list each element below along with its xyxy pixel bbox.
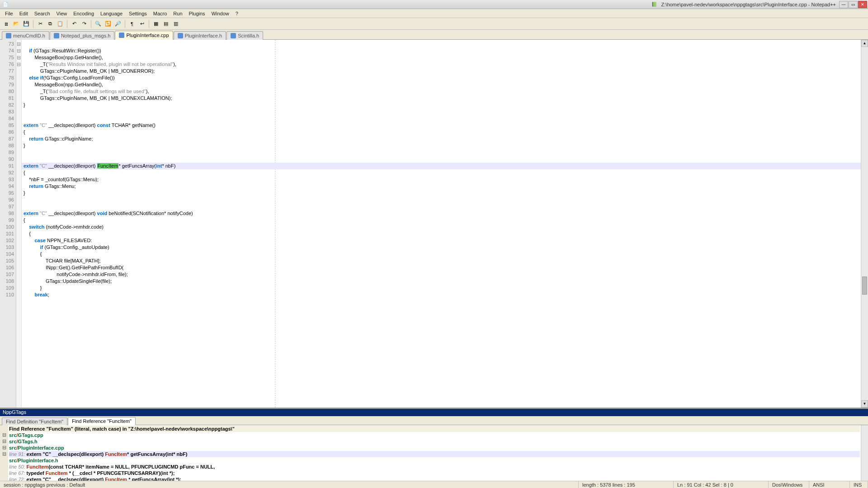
result-row[interactable]: src/GTags.h	[9, 438, 860, 445]
ws-button[interactable]: ¶	[127, 19, 137, 28]
file-icon	[119, 33, 124, 38]
file-icon	[178, 33, 183, 38]
menu-macro[interactable]: Macro	[150, 10, 170, 17]
tab-label: Notepad_plus_msgs.h	[61, 33, 110, 38]
results-header: Find Reference "FuncItem" (literal, matc…	[9, 426, 860, 432]
panel-title: NppGTags	[0, 409, 868, 416]
menu-bar: FileEditSearchViewEncodingLanguageSettin…	[0, 9, 868, 18]
file-icon	[231, 33, 236, 38]
status-position: Ln : 91 Col : 42 Sel : 8 | 0	[674, 481, 769, 488]
editor-vertical-scrollbar[interactable]: ▲ ▼	[861, 40, 868, 408]
title-bar: 📄 📗 Z:\home\pavel-nedev\workspace\nppgta…	[0, 0, 868, 9]
close-button[interactable]: ✕	[858, 1, 867, 8]
minimize-button[interactable]: —	[839, 1, 848, 8]
find-button[interactable]: 🔍	[94, 19, 103, 28]
scroll-thumb[interactable]	[862, 277, 867, 295]
status-eol: Dos\Windows	[769, 481, 809, 488]
search-results[interactable]: Find Reference "FuncItem" (literal, matc…	[8, 425, 861, 481]
menu-?[interactable]: ?	[232, 10, 241, 17]
app-icon: 📄	[2, 1, 9, 8]
npp-icon: 📗	[651, 1, 658, 8]
result-row[interactable]: line 91: extern "C" __declspec(dllexport…	[9, 451, 860, 457]
new-button[interactable]: 🗎	[2, 19, 11, 28]
tab-notepad_plus_msgs-h[interactable]: Notepad_plus_msgs.h	[50, 31, 114, 40]
menu-encoding[interactable]: Encoding	[70, 10, 97, 17]
menu-settings[interactable]: Settings	[126, 10, 150, 17]
tab-scintilla-h[interactable]: Scintilla.h	[226, 31, 263, 40]
result-row[interactable]: src/PluginInterface.h	[9, 457, 860, 464]
zoom-button[interactable]: 🔎	[113, 19, 123, 28]
file-tab-bar: menuCmdID.hNotepad_plus_msgs.hPluginInte…	[0, 30, 868, 40]
window-title: Z:\home\pavel-nedev\workspace\nppgtags\s…	[659, 2, 839, 7]
panel-tab[interactable]: Find Reference "FuncItem"	[68, 417, 136, 425]
tab-label: PluginInterface.cpp	[126, 33, 169, 38]
scroll-up-arrow[interactable]: ▲	[861, 40, 868, 47]
nppgtags-panel: NppGTags Find Definition "FuncItem"Find …	[0, 408, 868, 481]
menu-language[interactable]: Language	[97, 10, 126, 17]
menu-edit[interactable]: Edit	[16, 10, 31, 17]
redo-button[interactable]: ↷	[80, 19, 89, 28]
f2-button[interactable]: ▤	[161, 19, 170, 28]
panel-tab-bar: Find Definition "FuncItem"Find Reference…	[0, 416, 868, 425]
panel-tab[interactable]: Find Definition "FuncItem"	[2, 418, 67, 425]
result-row[interactable]: line 72: extern "C" __declspec(dllexport…	[9, 476, 860, 481]
menu-window[interactable]: Window	[208, 10, 232, 17]
tab-label: PluginInterface.h	[185, 33, 222, 38]
wrap-button[interactable]: ↩	[137, 19, 146, 28]
line-number-gutter: 7374757677787980818283848586878889909192…	[0, 40, 16, 408]
tab-label: Scintilla.h	[238, 33, 259, 38]
menu-run[interactable]: Run	[170, 10, 185, 17]
status-session: session : nppgtags previous : Default	[0, 481, 579, 488]
results-tree-gutter[interactable]: ⊟⊟⊟⊟	[0, 425, 8, 481]
undo-button[interactable]: ↶	[70, 19, 79, 28]
result-row[interactable]: line 67: typedef FuncItem * (__cdecl * P…	[9, 470, 860, 476]
menu-file[interactable]: File	[2, 10, 16, 17]
status-length: length : 5378 lines : 195	[579, 481, 674, 488]
tab-plugininterface-cpp[interactable]: PluginInterface.cpp	[115, 31, 173, 40]
save-button[interactable]: 💾	[22, 19, 31, 28]
tab-label: menuCmdID.h	[13, 33, 45, 38]
f1-button[interactable]: ▦	[151, 19, 160, 28]
status-encoding: ANSI	[809, 481, 850, 488]
copy-button[interactable]: ⧉	[46, 19, 55, 28]
paste-button[interactable]: 📋	[56, 19, 65, 28]
status-bar: session : nppgtags previous : Default le…	[0, 481, 868, 488]
tab-plugininterface-h[interactable]: PluginInterface.h	[174, 31, 226, 40]
panel-scrollbar[interactable]	[861, 425, 868, 481]
result-row[interactable]: src/PluginInterface.cpp	[9, 445, 860, 451]
editor[interactable]: 7374757677787980818283848586878889909192…	[0, 40, 868, 408]
scroll-down-arrow[interactable]: ▼	[861, 400, 868, 408]
code-text[interactable]: if (GTags::ResultWin::Register()) Messag…	[22, 40, 861, 299]
tab-menucmdid-h[interactable]: menuCmdID.h	[2, 31, 49, 40]
status-mode: INS	[850, 481, 868, 488]
open-button[interactable]: 📂	[12, 19, 21, 28]
menu-plugins[interactable]: Plugins	[186, 10, 208, 17]
fold-column[interactable]: ⊟⊟⊟⊟	[16, 40, 22, 408]
menu-view[interactable]: View	[53, 10, 71, 17]
file-icon	[54, 33, 59, 38]
replace-button[interactable]: 🔁	[104, 19, 113, 28]
menu-search[interactable]: Search	[31, 10, 53, 17]
toolbar: 🗎📂💾✂⧉📋↶↷🔍🔁🔎¶↩▦▤▥	[0, 18, 868, 30]
result-row[interactable]: line 50: FuncItem(const TCHAR* itemName …	[9, 464, 860, 470]
maximize-button[interactable]: ▭	[849, 1, 858, 8]
cut-button[interactable]: ✂	[36, 19, 45, 28]
f3-button[interactable]: ▥	[171, 19, 180, 28]
file-icon	[6, 33, 11, 38]
result-row[interactable]: src/GTags.cpp	[9, 432, 860, 438]
